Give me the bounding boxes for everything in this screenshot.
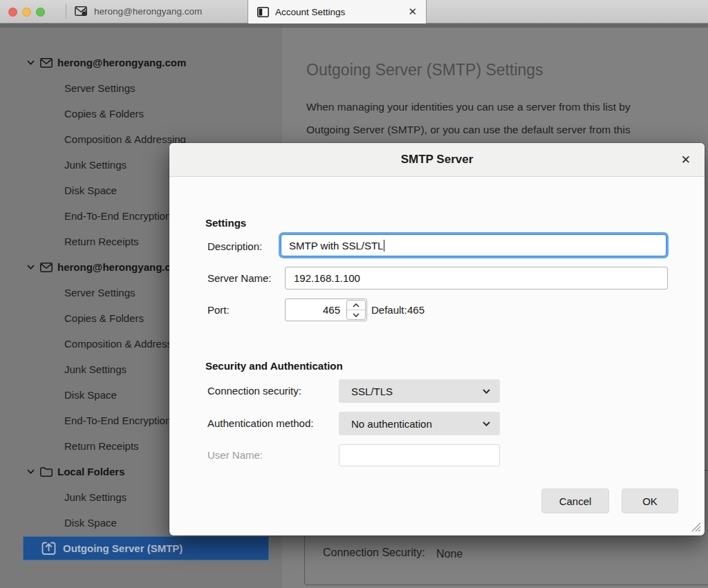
dialog-header: SMTP Server ✕ xyxy=(169,143,705,177)
chevron-down-icon xyxy=(353,313,360,317)
tab-bar: herong@herongyang.com Account Settings ✕ xyxy=(0,0,708,23)
port-default-value: 465 xyxy=(407,304,425,316)
tab-mail-label: herong@herongyang.com xyxy=(94,6,202,17)
mail-lock-icon xyxy=(75,6,88,17)
tab-mail[interactable]: herong@herongyang.com xyxy=(75,0,202,23)
tab-account-settings-label: Account Settings xyxy=(275,7,345,17)
dialog-title: SMTP Server xyxy=(169,143,705,176)
mail-icon xyxy=(40,263,53,272)
sidebar-selected-label: Outgoing Server (SMTP) xyxy=(63,542,183,554)
intro-text-line1: When managing your identities you can us… xyxy=(306,101,631,113)
connection-security-selected: SSL/TLS xyxy=(351,386,393,397)
text-caret xyxy=(384,240,384,252)
sidebar-item-outgoing-server-smtp[interactable]: Outgoing Server (SMTP) xyxy=(23,536,269,560)
port-label: Port: xyxy=(207,304,230,316)
auth-method-selected: No authentication xyxy=(351,418,432,430)
description-label: Description: xyxy=(207,240,262,252)
user-name-input[interactable] xyxy=(339,444,500,466)
sidebar-local-folders-label: Local Folders xyxy=(57,466,125,477)
connection-security-dropdown[interactable]: SSL/TLS xyxy=(339,379,500,403)
port-default-label: Default: xyxy=(371,304,407,316)
dimmed-toolbar-strip xyxy=(0,23,708,28)
tab-account-settings[interactable]: Account Settings ✕ xyxy=(248,0,427,23)
tab-close-icon[interactable]: ✕ xyxy=(408,6,417,18)
window-minimize-button[interactable] xyxy=(22,8,31,17)
auth-method-label: Authentication method: xyxy=(207,417,313,429)
chevron-down-icon xyxy=(483,421,490,426)
stepper-up-button[interactable] xyxy=(347,301,365,310)
sidebar-item-server-settings[interactable]: Server Settings xyxy=(0,75,282,101)
cancel-button[interactable]: Cancel xyxy=(541,489,609,513)
port-stepper xyxy=(346,300,366,320)
tabbar-separator xyxy=(66,4,66,19)
sidebar-account-label: herong@herongyang.com xyxy=(57,261,186,273)
ok-button[interactable]: OK xyxy=(622,489,678,513)
server-name-input[interactable]: 192.168.1.100 xyxy=(285,267,668,290)
server-name-label: Server Name: xyxy=(207,272,272,284)
chevron-down-icon[interactable] xyxy=(26,58,35,67)
description-value: SMTP with SSL/STL xyxy=(289,240,383,252)
dialog-close-icon[interactable]: ✕ xyxy=(681,143,691,176)
port-value: 465 xyxy=(323,304,340,316)
intro-text-line2: Outgoing Server (SMTP), or you can use t… xyxy=(306,124,631,136)
sidebar-account-label: herong@herongyang.com xyxy=(57,57,186,68)
stepper-down-button[interactable] xyxy=(347,310,365,319)
page-title: Outgoing Server (SMTP) Settings xyxy=(306,61,543,79)
settings-section-heading: Settings xyxy=(205,217,246,229)
sidebar-account-herongyang-1[interactable]: herong@herongyang.com xyxy=(0,50,282,75)
connection-security-label: Connection security: xyxy=(207,385,301,397)
mail-icon xyxy=(40,58,53,68)
sidebar-item-copies-folders[interactable]: Copies & Folders xyxy=(0,101,282,126)
window-zoom-button[interactable] xyxy=(36,8,45,17)
chevron-down-icon xyxy=(483,389,490,394)
window-close-button[interactable] xyxy=(8,8,17,17)
folder-icon xyxy=(40,467,53,477)
server-name-value: 192.168.1.100 xyxy=(294,272,360,284)
smtp-server-dialog: SMTP Server ✕ Settings Description: SMTP… xyxy=(169,143,705,535)
chevron-down-icon[interactable] xyxy=(26,467,35,476)
chevron-down-icon[interactable] xyxy=(26,263,35,272)
outgoing-server-icon xyxy=(41,542,56,556)
security-section-heading: Security and Authentication xyxy=(205,360,343,372)
app-window: herong@herongyang.com Account Settings ✕… xyxy=(0,0,708,588)
resize-grip-icon[interactable] xyxy=(691,522,701,532)
chevron-up-icon xyxy=(353,303,360,307)
description-input[interactable]: SMTP with SSL/STL xyxy=(281,234,667,256)
connection-security-value: None xyxy=(436,548,463,560)
account-settings-icon xyxy=(257,7,269,17)
auth-method-dropdown[interactable]: No authentication xyxy=(339,412,500,435)
connection-security-label: Connection Security: xyxy=(323,547,425,559)
user-name-label: User Name: xyxy=(207,449,263,461)
